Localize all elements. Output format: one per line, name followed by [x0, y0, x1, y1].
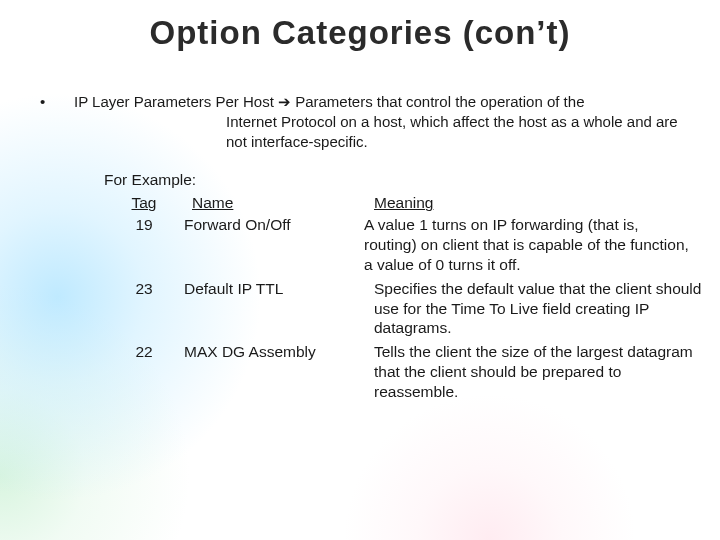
- cell-tag: 23: [104, 279, 184, 299]
- example-table: Tag Name Meaning 19 Forward On/Off A val…: [104, 193, 684, 401]
- cell-meaning: Tells the client the size of the largest…: [364, 342, 704, 401]
- table-header-row: Tag Name Meaning: [104, 193, 684, 213]
- cell-tag: 22: [104, 342, 184, 362]
- example-label: For Example:: [104, 171, 684, 189]
- slide-title: Option Categories (con’t): [36, 14, 684, 52]
- bullet-continuation: Internet Protocol on a host, which affec…: [226, 112, 684, 152]
- header-name: Name: [192, 194, 233, 211]
- header-tag: Tag: [104, 193, 184, 213]
- cell-name: Forward On/Off: [184, 215, 364, 235]
- header-meaning-cell: Meaning: [364, 193, 694, 213]
- bullet-lead-text: IP Layer Parameters Per Host ➔ Parameter…: [74, 92, 684, 112]
- cell-name: Default IP TTL: [184, 279, 364, 299]
- cell-meaning: Specifies the default value that the cli…: [364, 279, 704, 338]
- table-row: 22 MAX DG Assembly Tells the client the …: [104, 342, 684, 401]
- table-row: 19 Forward On/Off A value 1 turns on IP …: [104, 215, 684, 274]
- bullet-item: • IP Layer Parameters Per Host ➔ Paramet…: [40, 92, 684, 112]
- slide: Option Categories (con’t) • IP Layer Par…: [0, 0, 720, 540]
- table-row: 23 Default IP TTL Specifies the default …: [104, 279, 684, 338]
- cell-tag: 19: [104, 215, 184, 235]
- cell-meaning: A value 1 turns on IP forwarding (that i…: [364, 215, 694, 274]
- bullet-mark: •: [40, 92, 74, 112]
- cell-name: MAX DG Assembly: [184, 342, 364, 362]
- header-name-cell: Name: [184, 193, 364, 213]
- header-meaning: Meaning: [374, 194, 433, 211]
